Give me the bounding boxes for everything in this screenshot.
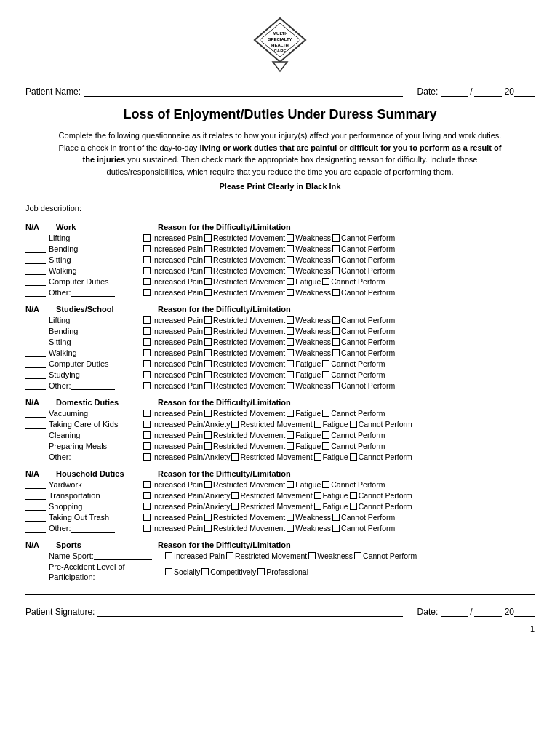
studies-studying-row: Studying Increased Pain Restricted Movem… xyxy=(25,370,535,380)
studies-lifting-row: Lifting Increased Pain Restricted Moveme… xyxy=(25,315,535,325)
domestic-kids-name: Taking Care of Kids xyxy=(49,420,143,429)
household-shopping-name: Shopping xyxy=(49,502,143,511)
sports-name-field[interactable] xyxy=(94,551,152,560)
work-bending-pain[interactable]: Increased Pain xyxy=(143,244,203,253)
work-na-header: N/A xyxy=(25,223,49,231)
instruction-bold2: the injuries xyxy=(83,155,126,164)
household-yardwork-reasons: Increased Pain Restricted Movement Fatig… xyxy=(143,480,535,489)
work-title-header: Work xyxy=(56,223,151,231)
domestic-meals-name: Preparing Meals xyxy=(49,442,143,450)
instructions: Complete the following questionnaire as … xyxy=(25,130,535,178)
domestic-section: N/A Domestic Duties Reason for the Diffi… xyxy=(25,398,535,462)
work-lifting-row: Lifting Increased Pain Restricted Moveme… xyxy=(25,233,535,243)
household-transport-name: Transportation xyxy=(49,491,143,500)
page-title: Loss of Enjoyment/Duties Under Duress Su… xyxy=(25,107,535,122)
sig-date-month-field[interactable] xyxy=(441,605,468,617)
household-other-name: Other: xyxy=(49,524,143,533)
studies-computer-name: Computer Duties xyxy=(49,359,143,368)
work-computer-row: Computer Duties Increased Pain Restricte… xyxy=(25,276,535,287)
studies-other-field[interactable] xyxy=(71,381,115,390)
work-lifting-weakness-check[interactable] xyxy=(287,234,294,242)
sports-title-header: Sports xyxy=(56,541,151,549)
work-computer-na xyxy=(25,277,49,286)
instruction-line3-normal: you sustained. Then check mark the appro… xyxy=(125,155,477,164)
domestic-na-header: N/A xyxy=(25,398,49,407)
logo-svg: MULTI- SPECIALTY HEALTH CARE xyxy=(251,15,309,76)
date-day-field[interactable] xyxy=(474,85,502,97)
work-lifting-movement[interactable]: Restricted Movement xyxy=(204,234,285,242)
sports-name-reasons: Increased Pain Restricted Movement Weakn… xyxy=(165,551,535,560)
date-year-field[interactable] xyxy=(514,85,535,97)
studies-walking-name: Walking xyxy=(49,348,143,357)
patient-name-field[interactable] xyxy=(84,85,403,97)
studies-bending-row: Bending Increased Pain Restricted Moveme… xyxy=(25,326,535,336)
work-lifting-cannot[interactable]: Cannot Perform xyxy=(332,234,395,242)
domestic-vacuuming-reasons: Increased Pain Restricted Movement Fatig… xyxy=(143,409,535,418)
work-bending-cannot[interactable]: Cannot Perform xyxy=(332,244,395,253)
domestic-cleaning-name: Cleaning xyxy=(49,431,143,439)
studies-sitting-reasons: Increased Pain Restricted Movement Weakn… xyxy=(143,338,535,346)
work-sitting-row: Sitting Increased Pain Restricted Moveme… xyxy=(25,255,535,265)
household-section-header: N/A Household Duties Reason for the Diff… xyxy=(25,469,535,478)
work-other-reasons: Increased Pain Restricted Movement Weakn… xyxy=(143,288,535,297)
work-lifting-pain[interactable]: Increased Pain xyxy=(143,234,203,242)
work-bending-na-line[interactable] xyxy=(25,244,46,253)
logo-container: MULTI- SPECIALTY HEALTH CARE xyxy=(25,15,535,78)
domestic-meals-reasons: Increased Pain Restricted Movement Fatig… xyxy=(143,442,535,450)
studies-other-name: Other: xyxy=(49,381,143,390)
work-bending-movement[interactable]: Restricted Movement xyxy=(204,244,285,253)
work-other-na xyxy=(25,288,49,297)
work-bending-row: Bending Increased Pain Restricted Moveme… xyxy=(25,244,535,254)
household-trash-reasons: Increased Pain Restricted Movement Weakn… xyxy=(143,513,535,522)
household-transport-reasons: Increased Pain/Anxiety Restricted Moveme… xyxy=(143,491,535,500)
work-lifting-movement-check[interactable] xyxy=(204,234,212,242)
studies-title-header: Studies/School xyxy=(56,305,151,314)
date-slash-1: / xyxy=(470,87,472,97)
print-notice: Please Print Clearly in Black Ink xyxy=(25,182,535,191)
work-reason-header: Reason for the Difficulty/Limitation xyxy=(158,223,535,231)
household-other-row: Other: Increased Pain Restricted Movemen… xyxy=(25,523,535,533)
household-shopping-row: Shopping Increased Pain/Anxiety Restrict… xyxy=(25,501,535,511)
sig-year-prefix: 20 xyxy=(505,607,514,617)
work-lifting-na-line[interactable] xyxy=(25,234,46,242)
household-other-field[interactable] xyxy=(71,524,115,533)
studies-lifting-name: Lifting xyxy=(49,316,143,324)
sig-date-year-field[interactable] xyxy=(514,605,535,617)
work-section: N/A Work Reason for the Difficulty/Limit… xyxy=(25,223,535,298)
job-desc-field[interactable] xyxy=(84,201,535,212)
sig-date-slash: / xyxy=(470,607,472,617)
work-walking-name: Walking xyxy=(49,266,143,275)
sports-name-label: Name Sport: xyxy=(49,551,165,560)
domestic-meals-row: Preparing Meals Increased Pain Restricte… xyxy=(25,441,535,451)
work-computer-reasons: Increased Pain Restricted Movement Fatig… xyxy=(143,277,535,286)
domestic-other-field[interactable] xyxy=(71,453,115,461)
work-sitting-na xyxy=(25,255,49,264)
work-computer-name: Computer Duties xyxy=(49,277,143,286)
studies-studying-name: Studying xyxy=(49,370,143,379)
domestic-other-name: Other: xyxy=(49,453,143,461)
instruction-line4: duties/responsibilities, which require t… xyxy=(25,166,535,178)
work-lifting-weakness[interactable]: Weakness xyxy=(287,234,331,242)
work-section-header: N/A Work Reason for the Difficulty/Limit… xyxy=(25,223,535,231)
studies-sitting-name: Sitting xyxy=(49,338,143,346)
studies-section-header: N/A Studies/School Reason for the Diffic… xyxy=(25,305,535,314)
sig-date-day-field[interactable] xyxy=(474,605,502,617)
domestic-kids-reasons: Increased Pain/Anxiety Restricted Moveme… xyxy=(143,420,535,429)
work-bending-name: Bending xyxy=(49,244,143,253)
patient-name-label: Patient Name: xyxy=(25,87,81,97)
household-yardwork-name: Yardwork xyxy=(49,480,143,489)
date-month-field[interactable] xyxy=(441,85,468,97)
work-lifting-cannot-check[interactable] xyxy=(332,234,340,242)
svg-text:MULTI-: MULTI- xyxy=(273,31,287,36)
domestic-other-row: Other: Increased Pain/Anxiety Restricted… xyxy=(25,452,535,462)
sports-na-header: N/A xyxy=(25,541,49,549)
work-bending-weakness[interactable]: Weakness xyxy=(287,244,331,253)
domestic-other-reasons: Increased Pain/Anxiety Restricted Moveme… xyxy=(143,453,535,461)
work-other-field[interactable] xyxy=(71,288,115,297)
domestic-title-header: Domestic Duties xyxy=(56,398,151,407)
studies-studying-reasons: Increased Pain Restricted Movement Fatig… xyxy=(143,370,535,379)
domestic-kids-row: Taking Care of Kids Increased Pain/Anxie… xyxy=(25,419,535,429)
job-desc-label: Job description: xyxy=(25,204,81,212)
signature-field[interactable] xyxy=(97,605,402,617)
work-lifting-pain-check[interactable] xyxy=(143,234,151,242)
